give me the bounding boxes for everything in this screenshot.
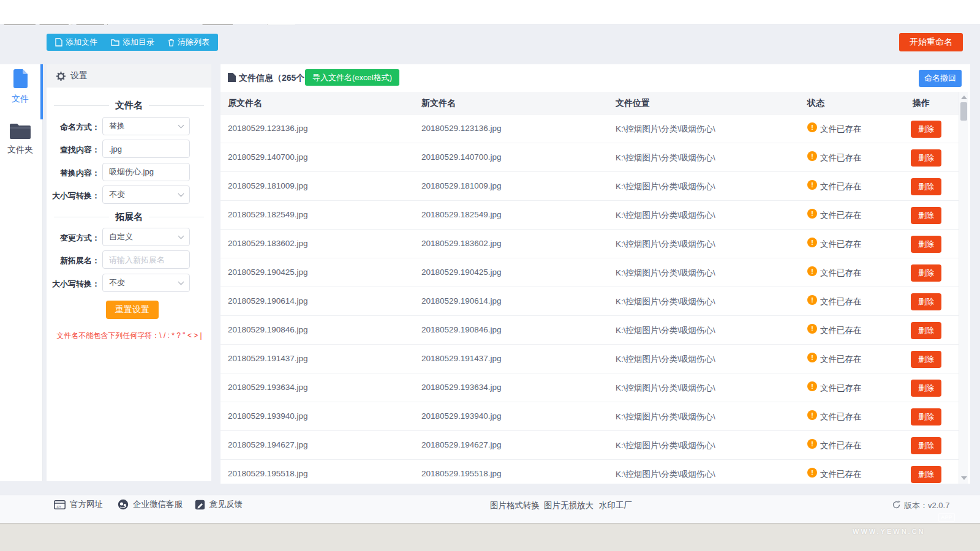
col-location: 文件位置 bbox=[616, 98, 650, 109]
new-filename-cell: 20180529.182549.jpg bbox=[421, 210, 502, 219]
file-location-cell: K:\控烟图片\分类\吸烟伤心\ bbox=[616, 440, 715, 451]
old-filename-cell: 20180529.183602.jpg bbox=[228, 239, 308, 248]
delete-row-button[interactable]: 删除 bbox=[911, 207, 941, 224]
delete-row-button[interactable]: 删除 bbox=[911, 264, 941, 282]
search-content-input[interactable] bbox=[102, 140, 190, 158]
scrollbar-thumb[interactable] bbox=[960, 102, 967, 121]
chevron-down-icon bbox=[178, 191, 184, 197]
scroll-up-arrow[interactable] bbox=[961, 96, 967, 99]
reset-settings-button[interactable]: 重置设置 bbox=[106, 301, 159, 319]
scroll-down-arrow[interactable] bbox=[961, 476, 967, 480]
new-filename-cell: 20180529.190425.jpg bbox=[421, 268, 502, 277]
table-row: 20180529.190425.jpg 20180529.190425.jpg … bbox=[221, 258, 959, 287]
wechat-support-link[interactable]: 企业微信客服 bbox=[118, 499, 183, 510]
new-filename-cell: 20180529.183602.jpg bbox=[421, 239, 502, 248]
trash-icon bbox=[168, 39, 175, 47]
table-row: 20180529.123136.jpg 20180529.123136.jpg … bbox=[221, 114, 959, 143]
table-row: 20180529.190614.jpg 20180529.190614.jpg … bbox=[221, 287, 959, 316]
new-extension-input[interactable] bbox=[102, 250, 190, 269]
delete-row-button[interactable]: 删除 bbox=[911, 121, 941, 138]
chevron-down-icon bbox=[178, 279, 184, 285]
replace-content-label: 替换内容： bbox=[46, 168, 100, 179]
start-rename-button[interactable]: 开始重命名 bbox=[899, 33, 963, 51]
rename-undo-button[interactable]: 命名撤回 bbox=[919, 70, 962, 87]
new-filename-cell: 20180529.190846.jpg bbox=[421, 325, 502, 334]
old-filename-cell: 20180529.181009.jpg bbox=[228, 181, 308, 190]
warning-exclamation-icon: ! bbox=[807, 122, 817, 132]
feedback-link[interactable]: 意见反馈 bbox=[195, 499, 243, 510]
tool-image-convert[interactable]: 图片格式转换 bbox=[490, 500, 540, 511]
tool-image-enlarge[interactable]: 图片无损放大 bbox=[544, 500, 594, 511]
clear-list-button[interactable]: 清除列表 bbox=[168, 37, 209, 48]
svg-text:.cn: .cn bbox=[56, 504, 61, 508]
official-site-link[interactable]: .cn 官方网址 bbox=[54, 499, 103, 510]
warning-exclamation-icon: ! bbox=[807, 151, 817, 161]
file-location-cell: K:\控烟图片\分类\吸烟伤心\ bbox=[616, 354, 715, 365]
add-folder-button[interactable]: 添加目录 bbox=[111, 37, 154, 48]
table-scrollbar[interactable] bbox=[959, 92, 968, 484]
delete-row-button[interactable]: 删除 bbox=[911, 437, 941, 454]
delete-row-button[interactable]: 删除 bbox=[911, 322, 941, 339]
file-location-cell: K:\控烟图片\分类\吸烟伤心\ bbox=[616, 469, 715, 480]
replace-content-input[interactable] bbox=[102, 163, 190, 181]
warning-exclamation-icon: ! bbox=[807, 410, 817, 420]
import-excel-button[interactable]: 导入文件名(excel格式) bbox=[305, 69, 399, 86]
file-icon bbox=[55, 38, 62, 47]
new-filename-cell: 20180529.140700.jpg bbox=[421, 152, 502, 162]
old-filename-cell: 20180529.123136.jpg bbox=[228, 124, 308, 133]
warning-exclamation-icon: ! bbox=[807, 353, 817, 362]
col-old-name: 原文件名 bbox=[228, 98, 262, 109]
case-convert-select[interactable]: 不变 bbox=[102, 186, 190, 204]
old-filename-cell: 20180529.191437.jpg bbox=[228, 354, 308, 363]
old-filename-cell: 20180529.182549.jpg bbox=[228, 210, 308, 219]
col-actions: 操作 bbox=[913, 98, 930, 109]
ext-case-convert-select[interactable]: 不变 bbox=[102, 274, 190, 292]
col-new-name: 新文件名 bbox=[421, 98, 456, 109]
new-filename-cell: 20180529.191437.jpg bbox=[421, 354, 502, 363]
warning-exclamation-icon: ! bbox=[807, 439, 817, 449]
new-filename-cell: 20180529.195518.jpg bbox=[421, 469, 502, 478]
warning-exclamation-icon: ! bbox=[807, 180, 817, 190]
taskbar bbox=[0, 523, 980, 551]
naming-mode-select[interactable]: 替换 bbox=[102, 117, 190, 135]
old-filename-cell: 20180529.190425.jpg bbox=[228, 268, 308, 277]
delete-row-button[interactable]: 删除 bbox=[911, 380, 941, 397]
table-header: 原文件名 新文件名 文件位置 状态 操作 bbox=[221, 92, 959, 114]
extension-section-title: 拓展名 bbox=[54, 211, 204, 223]
delete-row-button[interactable]: 删除 bbox=[911, 408, 941, 425]
case-convert-label: 大小写转换： bbox=[46, 190, 100, 201]
sidebar-item-file[interactable]: 文件 bbox=[0, 69, 40, 105]
file-location-cell: K:\控烟图片\分类\吸烟伤心\ bbox=[616, 210, 715, 221]
file-location-cell: K:\控烟图片\分类\吸烟伤心\ bbox=[616, 239, 715, 250]
refresh-icon[interactable] bbox=[892, 500, 901, 509]
table-row: 20180529.183602.jpg 20180529.183602.jpg … bbox=[221, 230, 959, 258]
sidebar-item-folder[interactable]: 文件夹 bbox=[0, 122, 40, 156]
chevron-down-icon bbox=[178, 122, 184, 129]
old-filename-cell: 20180529.193634.jpg bbox=[228, 383, 308, 392]
delete-row-button[interactable]: 删除 bbox=[911, 236, 941, 253]
table-row: 20180529.193940.jpg 20180529.193940.jpg … bbox=[221, 402, 959, 431]
delete-row-button[interactable]: 删除 bbox=[911, 149, 941, 167]
tool-watermark-factory[interactable]: 水印工厂 bbox=[599, 500, 632, 511]
add-file-button[interactable]: 添加文件 bbox=[55, 37, 97, 48]
delete-row-button[interactable]: 删除 bbox=[911, 351, 941, 368]
gear-icon bbox=[56, 72, 66, 81]
new-filename-cell: 20180529.181009.jpg bbox=[421, 181, 502, 190]
warning-exclamation-icon: ! bbox=[807, 238, 817, 247]
change-mode-label: 变更方式： bbox=[46, 233, 100, 244]
status-text: 文件已存在 bbox=[820, 325, 862, 336]
wechat-service-icon bbox=[118, 499, 129, 510]
table-row: 20180529.182549.jpg 20180529.182549.jpg … bbox=[221, 201, 959, 230]
file-location-cell: K:\控烟图片\分类\吸烟伤心\ bbox=[616, 152, 715, 163]
new-filename-cell: 20180529.193940.jpg bbox=[421, 411, 502, 421]
delete-row-button[interactable]: 删除 bbox=[911, 293, 941, 310]
folder-icon bbox=[111, 39, 119, 46]
change-mode-select[interactable]: 自定义 bbox=[102, 228, 190, 246]
status-text: 文件已存在 bbox=[820, 152, 862, 163]
feedback-pen-icon bbox=[195, 500, 205, 510]
delete-row-button[interactable]: 删除 bbox=[911, 466, 941, 483]
browser-icon: .cn bbox=[54, 500, 66, 509]
delete-row-button[interactable]: 删除 bbox=[911, 178, 941, 195]
status-text: 文件已存在 bbox=[820, 296, 862, 307]
table-row: 20180529.195518.jpg 20180529.195518.jpg … bbox=[221, 460, 959, 484]
